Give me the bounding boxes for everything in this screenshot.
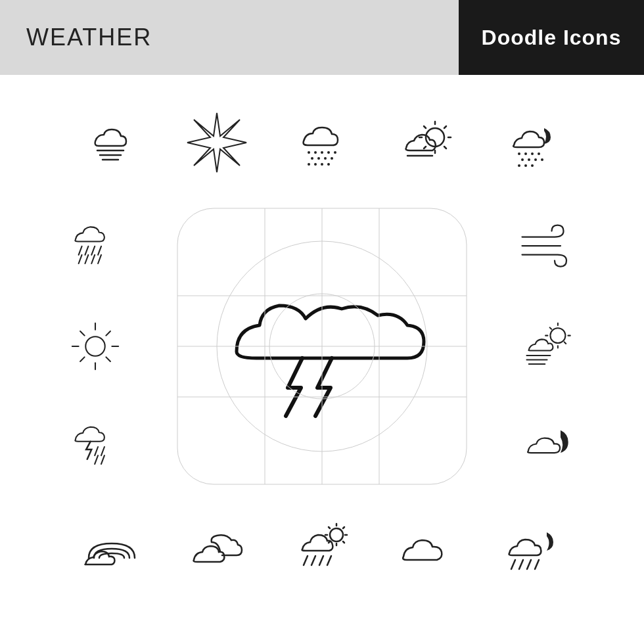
svg-line-45 bbox=[98, 255, 101, 264]
svg-line-54 bbox=[80, 357, 85, 361]
top-row bbox=[26, 90, 618, 195]
svg-line-74 bbox=[550, 327, 551, 329]
svg-line-43 bbox=[85, 255, 88, 264]
svg-point-37 bbox=[531, 164, 534, 167]
rainbow-cloud-icon bbox=[59, 497, 164, 603]
rain-sun-cloud-icon bbox=[269, 497, 375, 603]
svg-point-14 bbox=[314, 163, 317, 166]
svg-point-29 bbox=[531, 152, 534, 155]
svg-point-8 bbox=[334, 151, 336, 154]
svg-point-16 bbox=[327, 163, 330, 166]
brand-title: Doodle Icons bbox=[482, 26, 622, 50]
left-side-icons bbox=[26, 195, 164, 497]
svg-point-28 bbox=[524, 152, 527, 155]
svg-line-87 bbox=[343, 527, 344, 528]
night-rain-icon bbox=[480, 90, 585, 195]
svg-line-85 bbox=[343, 541, 344, 543]
fog-cloud-icon bbox=[59, 90, 164, 195]
svg-line-57 bbox=[95, 455, 98, 464]
featured-icon-area bbox=[164, 195, 480, 497]
svg-line-55 bbox=[95, 447, 98, 455]
bottom-row bbox=[26, 497, 618, 603]
svg-line-75 bbox=[564, 342, 566, 343]
svg-line-95 bbox=[535, 560, 539, 569]
svg-line-92 bbox=[511, 560, 515, 569]
svg-point-27 bbox=[518, 152, 520, 155]
sun-icon bbox=[43, 300, 148, 392]
plain-cloud-icon bbox=[375, 497, 480, 603]
svg-line-56 bbox=[101, 447, 104, 455]
main-content bbox=[0, 75, 644, 644]
moon-cloud-icon bbox=[496, 401, 601, 493]
svg-point-4 bbox=[308, 151, 310, 154]
svg-point-6 bbox=[321, 151, 323, 154]
svg-line-24 bbox=[444, 126, 446, 128]
svg-point-35 bbox=[518, 164, 520, 167]
svg-line-52 bbox=[106, 357, 110, 361]
header: WEATHER Doodle Icons bbox=[0, 0, 644, 75]
svg-line-22 bbox=[424, 126, 426, 128]
middle-row bbox=[26, 195, 618, 497]
svg-line-91 bbox=[327, 556, 331, 565]
svg-line-53 bbox=[106, 331, 110, 336]
cloud-sun-icon bbox=[164, 497, 269, 603]
svg-line-94 bbox=[527, 560, 531, 569]
night-rain-cloud-icon bbox=[480, 497, 585, 603]
svg-line-25 bbox=[424, 147, 426, 149]
svg-point-5 bbox=[314, 151, 317, 154]
icon-grid bbox=[26, 90, 618, 629]
svg-line-84 bbox=[329, 527, 330, 528]
thunder-rain-icon bbox=[43, 401, 148, 493]
svg-line-40 bbox=[91, 246, 95, 254]
svg-point-13 bbox=[308, 163, 310, 166]
header-title-area: WEATHER bbox=[0, 0, 459, 75]
svg-line-39 bbox=[85, 246, 88, 254]
brand-area: Doodle Icons bbox=[459, 0, 644, 75]
svg-line-38 bbox=[79, 246, 82, 254]
svg-point-30 bbox=[538, 152, 540, 155]
wind-icon bbox=[496, 200, 601, 292]
svg-point-9 bbox=[311, 157, 313, 160]
rain-cloud-icon bbox=[43, 200, 148, 292]
svg-point-32 bbox=[528, 158, 530, 161]
svg-point-15 bbox=[321, 163, 323, 166]
svg-line-42 bbox=[79, 255, 82, 264]
svg-point-10 bbox=[317, 157, 320, 160]
svg-line-93 bbox=[519, 560, 523, 569]
svg-line-51 bbox=[80, 331, 85, 336]
svg-marker-3 bbox=[187, 113, 246, 172]
svg-point-46 bbox=[85, 336, 104, 356]
svg-line-89 bbox=[311, 556, 315, 565]
svg-point-31 bbox=[521, 158, 524, 161]
right-side-icons bbox=[480, 195, 618, 497]
svg-line-86 bbox=[329, 541, 330, 543]
svg-point-79 bbox=[330, 528, 343, 541]
svg-point-69 bbox=[550, 328, 565, 343]
svg-line-23 bbox=[444, 147, 446, 149]
svg-point-33 bbox=[534, 158, 537, 161]
page-title: WEATHER bbox=[26, 24, 152, 51]
windy-cloud-icon bbox=[496, 300, 601, 392]
svg-point-11 bbox=[324, 157, 327, 160]
star-icon bbox=[164, 90, 269, 195]
svg-line-58 bbox=[101, 455, 104, 464]
svg-line-44 bbox=[91, 255, 95, 264]
sunny-cloud-icon bbox=[375, 90, 480, 195]
svg-point-34 bbox=[541, 158, 543, 161]
snow-cloud-icon bbox=[269, 90, 375, 195]
svg-line-41 bbox=[98, 246, 101, 254]
svg-point-36 bbox=[524, 164, 527, 167]
svg-line-88 bbox=[304, 556, 308, 565]
svg-point-7 bbox=[327, 151, 330, 154]
svg-point-12 bbox=[331, 157, 333, 160]
svg-line-90 bbox=[319, 556, 323, 565]
